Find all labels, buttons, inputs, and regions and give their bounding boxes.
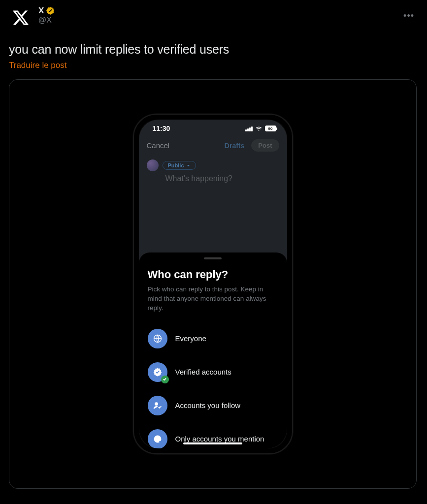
more-options-icon[interactable]: •••	[399, 9, 418, 23]
compose-header: Cancel Drafts Post	[139, 134, 287, 157]
reply-options-list: Everyone Verified accounts	[148, 322, 278, 448]
status-bar: 11:30 90	[139, 120, 287, 134]
at-icon	[148, 429, 167, 448]
option-label: Everyone	[175, 334, 206, 343]
translate-link[interactable]: Traduire le post	[9, 61, 418, 70]
media-attachment[interactable]: 11:30 90 Cancel Drafts Post	[9, 79, 417, 489]
option-mentioned[interactable]: Only accounts you mention	[148, 422, 278, 448]
compose-avatar[interactable]	[147, 159, 159, 171]
phone-mockup: 11:30 90 Cancel Drafts Post	[133, 114, 293, 454]
check-badge-icon	[161, 376, 169, 383]
phone-screen: 11:30 90 Cancel Drafts Post	[139, 120, 287, 448]
reply-settings-sheet: Who can reply? Pick who can reply to thi…	[139, 252, 287, 448]
sheet-subtitle: Pick who can reply to this post. Keep in…	[148, 285, 278, 313]
post-header: X @X •••	[9, 6, 418, 30]
compose-input[interactable]: What's happening?	[139, 171, 287, 183]
sheet-title: Who can reply?	[148, 268, 278, 281]
person-check-icon	[148, 396, 167, 415]
author-avatar[interactable]	[9, 6, 33, 30]
x-logo-icon	[12, 9, 30, 27]
cancel-button[interactable]: Cancel	[147, 141, 170, 150]
option-label: Only accounts you mention	[175, 435, 264, 443]
drafts-button[interactable]: Drafts	[225, 142, 244, 150]
option-label: Verified accounts	[175, 368, 231, 376]
audience-selector[interactable]: Public	[163, 161, 196, 170]
verified-badge-icon	[45, 6, 55, 16]
cellular-icon	[245, 126, 253, 131]
verified-icon	[148, 362, 167, 382]
globe-icon	[148, 329, 167, 348]
battery-icon: 90	[265, 126, 276, 131]
chevron-down-icon	[186, 163, 191, 168]
author-block: X @X	[38, 6, 55, 25]
sheet-handle[interactable]	[204, 257, 222, 259]
option-everyone[interactable]: Everyone	[148, 322, 278, 355]
post-text: you can now limit replies to verified us…	[9, 42, 418, 57]
author-name[interactable]: X	[38, 6, 44, 16]
audience-label: Public	[168, 162, 184, 168]
author-handle[interactable]: @X	[38, 16, 55, 25]
svg-point-1	[155, 403, 157, 405]
option-following[interactable]: Accounts you follow	[148, 389, 278, 422]
post-button[interactable]: Post	[251, 139, 279, 152]
wifi-icon	[255, 126, 263, 131]
status-time: 11:30	[153, 125, 170, 132]
post-container: X @X ••• you can now limit replies to ve…	[0, 0, 427, 495]
option-label: Accounts you follow	[175, 401, 241, 410]
home-indicator[interactable]	[183, 442, 242, 444]
option-verified[interactable]: Verified accounts	[148, 355, 278, 389]
compose-row: Public	[139, 157, 287, 171]
